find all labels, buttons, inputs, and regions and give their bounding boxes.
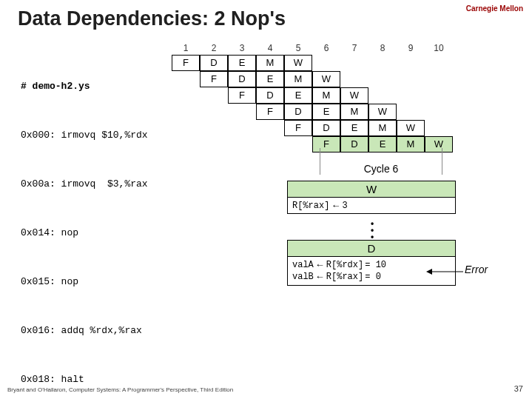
- w-head: W: [288, 181, 455, 198]
- stage-cell: D: [312, 120, 340, 136]
- footer-citation: Bryant and O'Hallaron, Computer Systems:…: [7, 386, 233, 393]
- stage-cell: F: [172, 55, 200, 71]
- stage-cell: W: [397, 120, 425, 136]
- pipeline-col-headers: 12345678910: [172, 43, 453, 53]
- col-header: 10: [425, 43, 453, 53]
- pipeline-row: FDEMW: [172, 136, 453, 152]
- stage-cell: W: [340, 87, 368, 104]
- code-line: 0x000: irmovq $10,%rdx: [21, 127, 148, 144]
- stage-cell: E: [340, 120, 368, 136]
- stage-cell: E: [256, 71, 284, 87]
- stage-cell: E: [284, 87, 312, 104]
- stage-cell: D: [200, 55, 228, 71]
- code-line: 0x016: addq %rdx,%rax: [21, 323, 148, 339]
- stage-cell: F: [284, 120, 312, 136]
- error-arrow-icon: [425, 266, 465, 277]
- stage-cell: W: [368, 104, 397, 120]
- col-header: 7: [340, 43, 368, 53]
- d-head: D: [288, 241, 455, 257]
- col-header: 5: [284, 43, 312, 53]
- pipeline-row: FDEMW: [172, 55, 453, 71]
- arrow-icon: ←: [315, 271, 325, 283]
- code-line: 0x018: halt: [21, 372, 148, 388]
- stage-cell: D: [256, 87, 284, 104]
- stage-cell: W: [312, 71, 340, 87]
- col-header: 2: [200, 43, 228, 53]
- col-header: 9: [397, 43, 425, 53]
- code-line: 0x015: nop: [21, 274, 148, 290]
- vala-right: = 10: [365, 259, 386, 271]
- pipeline-row: FDEMW: [172, 71, 453, 87]
- svg-marker-1: [426, 269, 432, 275]
- w-body-right: 3: [342, 201, 347, 211]
- brand-label: Carnegie Mellon: [466, 4, 523, 13]
- d-register-box: D valA ← R[%rdx] = 10 valB ← R[%rax] = 0: [287, 240, 456, 286]
- col-header: 6: [312, 43, 340, 53]
- valb-right: = 0: [365, 271, 381, 283]
- error-label: Error: [465, 264, 488, 275]
- stage-cell: W: [284, 55, 312, 71]
- code-header: # demo-h2.ys: [21, 78, 148, 95]
- w-body: R[%rax] ← 3: [288, 198, 455, 213]
- pipeline-row: FDEMW: [172, 104, 453, 120]
- valb-mid: R[%rax]: [326, 271, 363, 283]
- stage-cell: D: [340, 136, 368, 152]
- stage-cell: E: [312, 104, 340, 120]
- stage-cell: E: [228, 55, 256, 71]
- pipeline-row: FDEMW: [172, 120, 453, 136]
- stage-cell: W: [425, 136, 453, 152]
- col-header: 8: [368, 43, 397, 53]
- stage-cell: D: [284, 104, 312, 120]
- stage-cell: F: [256, 104, 284, 120]
- w-body-left: R[%rax]: [292, 201, 329, 211]
- stage-cell: M: [340, 104, 368, 120]
- stage-cell: D: [228, 71, 256, 87]
- stage-cell: F: [228, 87, 256, 104]
- stage-cell: M: [284, 71, 312, 87]
- code-listing: # demo-h2.ys 0x000: irmovq $10,%rdx 0x00…: [21, 46, 148, 399]
- pipeline-diagram: 12345678910 FDEMWFDEMWFDEMWFDEMWFDEMWFDE…: [172, 43, 453, 152]
- stage-cell: M: [368, 120, 397, 136]
- arrow-icon: ←: [331, 200, 340, 211]
- arrow-icon: ←: [315, 259, 325, 271]
- stage-cell: F: [200, 71, 228, 87]
- stage-cell: F: [312, 136, 340, 152]
- ellipsis-icon: •••: [368, 219, 376, 241]
- cycle-label: Cycle 6: [318, 163, 444, 175]
- stage-cell: E: [368, 136, 397, 152]
- col-header: 3: [228, 43, 256, 53]
- stage-cell: M: [256, 55, 284, 71]
- slide-title: Data Dependencies: 2 Nop's: [18, 7, 286, 30]
- stage-cell: M: [397, 136, 425, 152]
- col-header: 1: [172, 43, 200, 53]
- w-register-box: W R[%rax] ← 3: [287, 181, 456, 214]
- col-header: 4: [256, 43, 284, 53]
- code-line: 0x00a: irmovq $3,%rax: [21, 176, 148, 192]
- vala-mid: R[%rdx]: [326, 259, 363, 271]
- pipeline-row: FDEMW: [172, 87, 453, 104]
- page-number: 37: [514, 384, 523, 393]
- code-line: 0x014: nop: [21, 225, 148, 241]
- stage-cell: M: [312, 87, 340, 104]
- valb-label: valB: [292, 271, 314, 283]
- vala-label: valA: [292, 259, 314, 271]
